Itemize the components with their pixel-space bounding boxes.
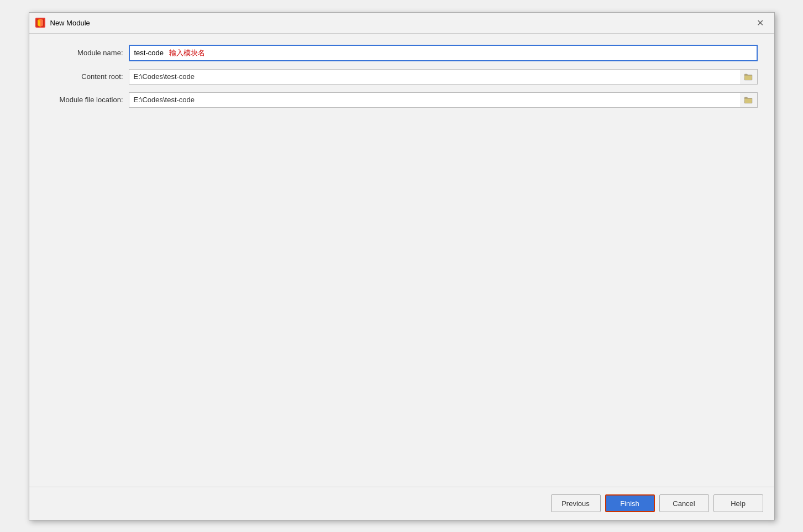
content-root-row: Content root: — [46, 69, 758, 85]
dialog-icon — [35, 17, 46, 28]
folder-icon — [744, 73, 753, 81]
content-root-input[interactable] — [129, 69, 758, 85]
module-name-value-text: test-code — [134, 49, 164, 57]
dialog-title: New Module — [50, 19, 752, 27]
module-file-location-browse-button[interactable] — [740, 92, 758, 108]
content-root-label: Content root: — [46, 72, 123, 81]
module-name-input-wrapper: test-code输入模块名 — [129, 45, 758, 61]
finish-button[interactable]: Finish — [605, 494, 655, 512]
content-spacer — [46, 115, 758, 476]
content-root-browse-button[interactable] — [740, 69, 758, 85]
previous-button[interactable]: Previous — [551, 494, 601, 512]
svg-marker-3 — [38, 20, 40, 27]
close-button[interactable]: ✕ — [752, 14, 769, 31]
module-file-location-input[interactable] — [129, 92, 758, 108]
dialog-footer: Previous Finish Cancel Help — [29, 487, 774, 520]
module-name-hint-text: 输入模块名 — [169, 48, 205, 58]
new-module-dialog: New Module ✕ Module name: test-code输入模块名… — [29, 12, 775, 520]
module-name-display[interactable]: test-code输入模块名 — [129, 45, 758, 61]
module-file-location-label: Module file location: — [46, 96, 123, 104]
module-name-label: Module name: — [46, 49, 123, 57]
svg-marker-4 — [40, 19, 43, 27]
title-bar: New Module ✕ — [29, 13, 774, 34]
content-root-input-wrapper — [129, 69, 758, 85]
module-name-row: Module name: test-code输入模块名 — [46, 45, 758, 61]
cancel-button[interactable]: Cancel — [659, 494, 709, 512]
folder-icon-2 — [744, 96, 753, 104]
help-button[interactable]: Help — [713, 494, 763, 512]
module-file-location-row: Module file location: — [46, 92, 758, 108]
module-file-location-input-wrapper — [129, 92, 758, 108]
dialog-content: Module name: test-code输入模块名 Content root… — [29, 34, 774, 487]
